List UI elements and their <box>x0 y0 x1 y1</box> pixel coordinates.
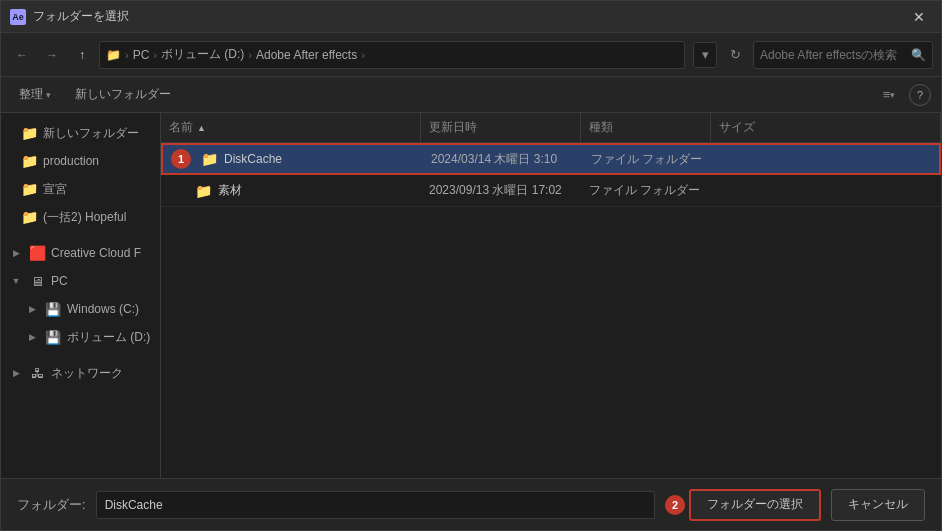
folder-icon: 📁 <box>195 183 212 199</box>
sidebar-label: production <box>43 154 99 168</box>
col-name-label: 名前 <box>169 119 193 136</box>
folder-icon: 📁 <box>21 209 37 225</box>
organize-label: 整理 <box>19 86 43 103</box>
sidebar-label: PC <box>51 274 68 288</box>
expand-icon: ▼ <box>9 274 23 288</box>
file-size-cell <box>711 175 941 206</box>
file-name-cell: 📁 素材 <box>161 175 421 206</box>
file-list: 1 📁 DiskCache 2024/03/14 木曜日 3:10 ファイル フ… <box>161 143 941 478</box>
ae-icon: Ae <box>9 8 27 26</box>
ae-logo-text: Ae <box>12 12 24 22</box>
select-btn-group: 2 フォルダーの選択 <box>665 489 821 521</box>
badge-1: 1 <box>171 149 191 169</box>
refresh-button[interactable]: ↻ <box>721 41 749 69</box>
file-type: ファイル フォルダー <box>591 151 702 168</box>
sidebar-label: 宣宮 <box>43 181 67 198</box>
ae-logo: Ae <box>10 9 26 25</box>
drive-icon: 💾 <box>45 329 61 345</box>
view-button[interactable]: ≡ ▾ <box>875 82 903 108</box>
organize-button[interactable]: 整理 ▾ <box>11 82 59 108</box>
file-name-cell: 1 📁 DiskCache <box>163 145 423 173</box>
expand-icon: ▶ <box>25 302 39 316</box>
sidebar-label: 新しいフォルダー <box>43 125 139 142</box>
file-name: DiskCache <box>224 152 282 166</box>
sidebar-item-new-folder[interactable]: 📁 新しいフォルダー <box>1 119 160 147</box>
sidebar-label: Windows (C:) <box>67 302 139 316</box>
forward-button[interactable]: → <box>39 42 65 68</box>
network-icon: 🖧 <box>29 365 45 381</box>
help-icon: ? <box>917 89 923 101</box>
folder-icon: 📁 <box>201 151 218 167</box>
file-date: 2023/09/13 水曜日 17:02 <box>429 182 562 199</box>
cancel-label: キャンセル <box>848 497 908 511</box>
breadcrumb-dropdown[interactable]: ▾ <box>693 42 717 68</box>
title-bar: Ae フォルダーを選択 ✕ <box>1 1 941 33</box>
file-type-cell: ファイル フォルダー <box>583 145 713 173</box>
col-header-date[interactable]: 更新日時 <box>421 113 581 142</box>
file-date: 2024/03/14 木曜日 3:10 <box>431 151 557 168</box>
col-header-name[interactable]: 名前 ▲ <box>161 113 421 142</box>
new-folder-button[interactable]: 新しいフォルダー <box>67 82 179 108</box>
breadcrumb[interactable]: 📁 › PC › ボリューム (D:) › Adobe After effect… <box>99 41 685 69</box>
col-header-size[interactable]: サイズ <box>711 113 941 142</box>
breadcrumb-volume-label: ボリューム (D:) <box>161 46 244 63</box>
toolbar: 整理 ▾ 新しいフォルダー ≡ ▾ ? <box>1 77 941 113</box>
dialog: Ae フォルダーを選択 ✕ ← → ↑ 📁 › PC › ボリューム (D:) … <box>0 0 942 531</box>
expand-icon: ▶ <box>25 330 39 344</box>
sidebar-item-kanmuri[interactable]: 📁 宣宮 <box>1 175 160 203</box>
close-button[interactable]: ✕ <box>905 3 933 31</box>
breadcrumb-ae-label: Adobe After effects <box>256 48 357 62</box>
folder-icon: 📁 <box>21 125 37 141</box>
new-folder-label: 新しいフォルダー <box>75 86 171 103</box>
search-bar: 🔍 <box>753 41 933 69</box>
badge-2: 2 <box>665 495 685 515</box>
table-row[interactable]: 1 📁 DiskCache 2024/03/14 木曜日 3:10 ファイル フ… <box>161 143 941 175</box>
folder-icon: 📁 <box>21 153 37 169</box>
folder-input[interactable] <box>96 491 655 519</box>
file-size-cell <box>713 145 939 173</box>
main-content: 📁 新しいフォルダー 📁 production 📁 宣宮 📁 (一括2) Hop… <box>1 113 941 478</box>
sidebar-label: ネットワーク <box>51 365 123 382</box>
sidebar-label: (一括2) Hopeful <box>43 209 126 226</box>
search-icon: 🔍 <box>911 48 926 62</box>
sidebar-item-pc[interactable]: ▼ 🖥 PC <box>1 267 160 295</box>
col-header-type[interactable]: 種類 <box>581 113 711 142</box>
sidebar-label: ボリューム (D:) <box>67 329 150 346</box>
file-date-cell: 2024/03/14 木曜日 3:10 <box>423 145 583 173</box>
bottom-bar: フォルダー: 2 フォルダーの選択 キャンセル <box>1 478 941 530</box>
breadcrumb-after-effects: Adobe After effects <box>256 48 357 62</box>
sidebar-label: Creative Cloud F <box>51 246 141 260</box>
sidebar-item-windows-c[interactable]: ▶ 💾 Windows (C:) <box>1 295 160 323</box>
breadcrumb-pc-label: PC <box>133 48 150 62</box>
sidebar-item-production[interactable]: 📁 production <box>1 147 160 175</box>
file-type: ファイル フォルダー <box>589 182 700 199</box>
breadcrumb-pc: 📁 › PC <box>106 48 149 62</box>
breadcrumb-volume: ボリューム (D:) <box>161 46 244 63</box>
back-button[interactable]: ← <box>9 42 35 68</box>
folder-icon: 📁 <box>21 181 37 197</box>
col-type-label: 種類 <box>589 119 613 136</box>
help-button[interactable]: ? <box>909 84 931 106</box>
sidebar-item-hopeful[interactable]: 📁 (一括2) Hopeful <box>1 203 160 231</box>
col-size-label: サイズ <box>719 119 755 136</box>
col-date-label: 更新日時 <box>429 119 477 136</box>
sort-icon: ▲ <box>197 123 206 133</box>
dialog-title: フォルダーを選択 <box>33 8 905 25</box>
sidebar-item-volume-d[interactable]: ▶ 💾 ボリューム (D:) <box>1 323 160 351</box>
view-icon: ≡ <box>883 87 891 102</box>
address-bar: ← → ↑ 📁 › PC › ボリューム (D:) › Adobe After … <box>1 33 941 77</box>
file-type-cell: ファイル フォルダー <box>581 175 711 206</box>
table-row[interactable]: 📁 素材 2023/09/13 水曜日 17:02 ファイル フォルダー <box>161 175 941 207</box>
sidebar-gap2 <box>1 351 160 359</box>
up-button[interactable]: ↑ <box>69 42 95 68</box>
sidebar-gap <box>1 231 160 239</box>
expand-icon: ▶ <box>9 246 23 260</box>
folder-label: フォルダー: <box>17 496 86 514</box>
toolbar-right: ≡ ▾ ? <box>875 82 931 108</box>
sidebar-item-creative-cloud[interactable]: ▶ 🟥 Creative Cloud F <box>1 239 160 267</box>
cc-folder-icon: 🟥 <box>29 245 45 261</box>
select-folder-button[interactable]: フォルダーの選択 <box>689 489 821 521</box>
sidebar-item-network[interactable]: ▶ 🖧 ネットワーク <box>1 359 160 387</box>
cancel-button[interactable]: キャンセル <box>831 489 925 521</box>
search-input[interactable] <box>760 48 907 62</box>
